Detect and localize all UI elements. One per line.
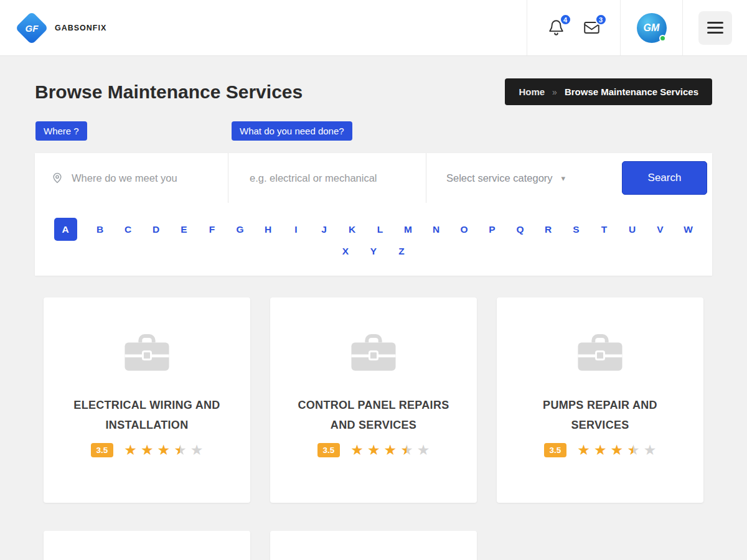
star-icon: ★ <box>417 443 430 457</box>
avatar-text: GM <box>644 22 660 34</box>
page-title: Browse Maintenance Services <box>35 82 303 103</box>
online-status-dot <box>659 35 666 42</box>
alphabet-letter[interactable]: B <box>95 224 105 235</box>
briefcase-icon <box>123 332 171 372</box>
alphabet-letter[interactable]: K <box>347 224 357 235</box>
notifications-count-badge: 4 <box>560 14 571 26</box>
star-icon: ★ <box>367 443 380 457</box>
star-icon: ★ <box>400 443 413 457</box>
alphabet-letter[interactable]: R <box>543 224 553 235</box>
where-label: Where ? <box>35 121 87 141</box>
service-title[interactable]: PUMPS REPAIR AND SERVICES <box>513 396 687 435</box>
rating-badge: 3.5 <box>317 443 341 457</box>
search-button[interactable]: Search <box>622 161 707 195</box>
star-rating: ★★★★★ <box>124 443 203 457</box>
alphabet-letter[interactable]: H <box>263 224 273 235</box>
breadcrumb-current: Browse Maintenance Services <box>565 86 698 97</box>
app-header: GF GABSONFIX 4 3 GM <box>0 0 747 56</box>
location-field <box>35 153 228 203</box>
alphabet-letter[interactable]: Y <box>369 246 378 257</box>
title-row: Browse Maintenance Services Home » Brows… <box>35 78 712 105</box>
alphabet-letter[interactable]: E <box>179 224 189 235</box>
star-icon: ★ <box>157 443 171 457</box>
category-select[interactable]: Select service category ▾ <box>426 153 622 203</box>
alphabet-letter[interactable]: T <box>599 224 609 235</box>
messages-button[interactable]: 3 <box>583 19 600 36</box>
star-icon: ★ <box>384 443 397 457</box>
notification-area: 4 3 <box>527 0 620 55</box>
messages-count-badge: 3 <box>595 14 607 26</box>
keyword-input[interactable] <box>250 172 426 184</box>
what-label: What do you need done? <box>232 121 352 141</box>
alphabet-letter-active[interactable]: A <box>54 218 77 241</box>
star-icon: ★ <box>190 443 204 457</box>
star-icon: ★ <box>644 443 657 457</box>
service-card[interactable]: CONTROL PANEL REPAIRS AND SERVICES 3.5 ★… <box>270 297 477 503</box>
brand-logo[interactable]: GF GABSONFIX <box>0 0 527 55</box>
rating-row: 3.5 ★★★★★ <box>544 443 657 457</box>
service-card[interactable] <box>270 531 477 560</box>
service-card[interactable]: ELECTRICAL WIRING AND INSTALLATION 3.5 ★… <box>44 297 250 503</box>
alphabet-row-1: A B C D E F G H I J K L M N O P Q R S T <box>35 218 712 241</box>
service-title[interactable]: ELECTRICAL WIRING AND INSTALLATION <box>60 396 234 435</box>
alphabet-letter[interactable]: J <box>319 224 329 235</box>
category-select-value: Select service category <box>446 172 553 184</box>
rating-badge: 3.5 <box>544 443 567 457</box>
alphabet-letter[interactable]: O <box>459 224 469 235</box>
star-icon: ★ <box>627 443 640 457</box>
briefcase-icon <box>350 332 397 372</box>
star-icon: ★ <box>124 443 137 457</box>
breadcrumb: Home » Browse Maintenance Services <box>505 78 712 105</box>
keyword-field <box>228 153 426 203</box>
rating-row: 3.5 ★★★★★ <box>91 443 204 457</box>
search-button-wrap: Search <box>622 153 712 203</box>
star-rating: ★★★★★ <box>577 443 656 457</box>
avatar[interactable]: GM <box>637 13 667 43</box>
star-icon: ★ <box>141 443 154 457</box>
menu-area <box>682 0 747 55</box>
alphabet-letter[interactable]: D <box>151 224 161 235</box>
services-grid-next-row <box>44 531 703 560</box>
brand-name: GABSONFIX <box>55 24 106 32</box>
logo-text: GF <box>26 22 39 33</box>
alphabet-letter[interactable]: N <box>431 224 441 235</box>
hamburger-menu-button[interactable] <box>698 11 732 45</box>
star-icon: ★ <box>577 443 590 457</box>
location-input[interactable] <box>72 172 228 184</box>
alphabet-letter[interactable]: G <box>235 224 245 235</box>
notifications-button[interactable]: 4 <box>548 19 565 36</box>
chevron-down-icon: ▾ <box>561 174 566 183</box>
services-grid: ELECTRICAL WIRING AND INSTALLATION 3.5 ★… <box>44 297 703 503</box>
alphabet-letter[interactable]: I <box>291 224 301 235</box>
alphabet-letter[interactable]: U <box>627 224 637 235</box>
alphabet-letter[interactable]: Z <box>397 246 406 257</box>
star-icon: ★ <box>350 443 364 457</box>
service-card[interactable] <box>44 531 250 560</box>
alphabet-letter[interactable]: W <box>684 224 693 235</box>
main-content: Browse Maintenance Services Home » Brows… <box>0 78 747 560</box>
avatar-area: GM <box>620 0 682 55</box>
alphabet-letter[interactable]: P <box>487 224 497 235</box>
breadcrumb-home-link[interactable]: Home <box>519 86 545 97</box>
location-pin-icon <box>51 172 63 184</box>
service-title[interactable]: CONTROL PANEL REPAIRS AND SERVICES <box>286 396 461 435</box>
logo-icon: GF <box>15 11 49 45</box>
hamburger-icon <box>707 22 723 24</box>
filter-labels-row: Where ? What do you need done? <box>35 121 712 141</box>
search-panel: Select service category ▾ Search A B C D… <box>35 153 712 276</box>
breadcrumb-separator-icon: » <box>552 87 557 97</box>
star-icon: ★ <box>611 443 624 457</box>
search-row: Select service category ▾ Search <box>35 153 712 203</box>
alphabet-letter[interactable]: L <box>375 224 385 235</box>
alphabet-letter[interactable]: Q <box>515 224 525 235</box>
alphabet-row-2: X Y Z <box>35 246 712 257</box>
alphabet-filter: A B C D E F G H I J K L M N O P Q R S T <box>35 203 712 276</box>
rating-row: 3.5 ★★★★★ <box>317 443 430 457</box>
alphabet-letter[interactable]: C <box>123 224 133 235</box>
alphabet-letter[interactable]: V <box>655 224 665 235</box>
alphabet-letter[interactable]: M <box>403 224 413 235</box>
service-card[interactable]: PUMPS REPAIR AND SERVICES 3.5 ★★★★★ <box>497 297 703 503</box>
alphabet-letter[interactable]: X <box>341 246 350 257</box>
alphabet-letter[interactable]: F <box>207 224 217 235</box>
alphabet-letter[interactable]: S <box>571 224 581 235</box>
